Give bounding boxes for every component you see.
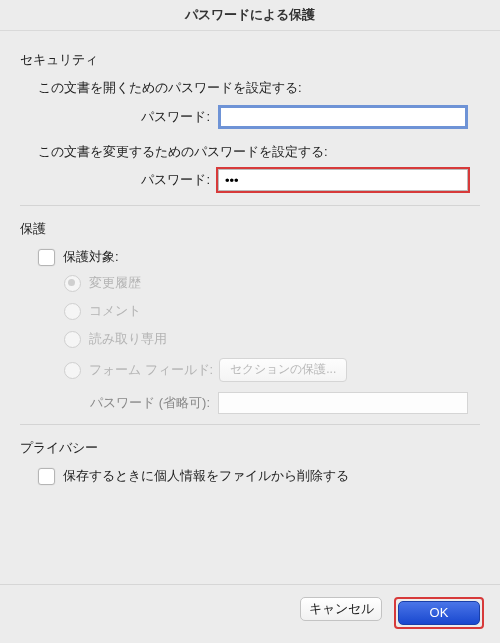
radio-read-only: 読み取り専用: [64, 330, 480, 348]
radio-comments-input: [64, 303, 81, 320]
modify-password-prompt: この文書を変更するためのパスワードを設定する:: [38, 143, 480, 161]
protect-heading: 保護: [20, 220, 480, 238]
security-heading: セキュリティ: [20, 51, 480, 69]
radio-read-only-input: [64, 331, 81, 348]
dialog-title: パスワードによる保護: [0, 0, 500, 31]
modify-password-row: パスワード:: [20, 169, 480, 191]
radio-comments: コメント: [64, 302, 480, 320]
optional-password-label: パスワード (省略可):: [20, 394, 218, 412]
radio-form-fields-input: [64, 362, 81, 379]
radio-form-fields-label: フォーム フィールド:: [89, 361, 213, 379]
dialog-body: セキュリティ この文書を開くためのパスワードを設定する: パスワード: この文書…: [0, 31, 500, 584]
protect-target-label: 保護対象:: [63, 248, 119, 266]
radio-read-only-label: 読み取り専用: [89, 330, 167, 348]
dialog-footer: キャンセル OK: [0, 584, 500, 643]
remove-personal-row: 保存するときに個人情報をファイルから削除する: [38, 467, 480, 485]
protect-sections-button: セクションの保護...: [219, 358, 347, 382]
password-protection-dialog: パスワードによる保護 セキュリティ この文書を開くためのパスワードを設定する: …: [0, 0, 500, 643]
radio-tracked-changes-input: [64, 275, 81, 292]
radio-tracked-changes-label: 変更履歴: [89, 274, 141, 292]
optional-password-input: [218, 392, 468, 414]
radio-comments-label: コメント: [89, 302, 141, 320]
modify-password-label: パスワード:: [20, 171, 218, 189]
protect-options-list: 変更履歴 コメント 読み取り専用 フォーム フィールド: セクションの保護...: [64, 274, 480, 382]
optional-password-row: パスワード (省略可):: [20, 392, 480, 414]
open-password-prompt: この文書を開くためのパスワードを設定する:: [38, 79, 480, 97]
section-separator: [20, 205, 480, 206]
open-password-row: パスワード:: [20, 105, 480, 129]
radio-tracked-changes: 変更履歴: [64, 274, 480, 292]
ok-button-highlight: OK: [394, 597, 484, 629]
cancel-button[interactable]: キャンセル: [300, 597, 382, 621]
modify-password-input[interactable]: [218, 169, 468, 191]
ok-button[interactable]: OK: [398, 601, 480, 625]
radio-form-fields: フォーム フィールド: セクションの保護...: [64, 358, 480, 382]
remove-personal-checkbox[interactable]: [38, 468, 55, 485]
section-separator-2: [20, 424, 480, 425]
protect-target-row: 保護対象:: [38, 248, 480, 266]
open-password-input[interactable]: [218, 105, 468, 129]
protect-target-checkbox[interactable]: [38, 249, 55, 266]
remove-personal-label: 保存するときに個人情報をファイルから削除する: [63, 467, 349, 485]
privacy-heading: プライバシー: [20, 439, 480, 457]
open-password-label: パスワード:: [20, 108, 218, 126]
